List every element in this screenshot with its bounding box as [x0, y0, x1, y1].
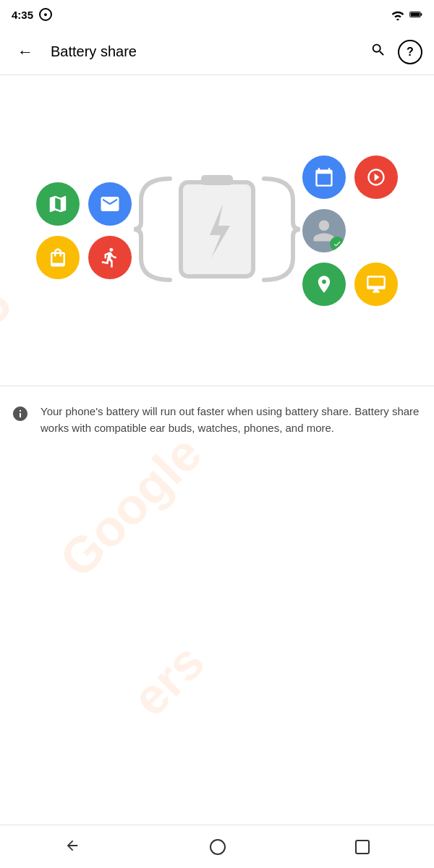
left-icons-bottom-row [36, 236, 132, 279]
privacy-indicator-icon: ● [39, 8, 52, 21]
wifi-icon [391, 9, 405, 20]
home-nav-button[interactable] [188, 832, 247, 862]
recents-nav-button[interactable] [333, 833, 391, 861]
status-time: 4:35 [12, 9, 33, 21]
info-description: Your phone's battery will run out faster… [41, 404, 422, 436]
status-icons [391, 9, 422, 20]
video-icon [354, 156, 398, 199]
right-icons-bottom-row [302, 263, 398, 306]
shop-icon [36, 236, 80, 279]
app-bar: ← Battery share ? [0, 29, 434, 75]
right-icons-top-row [302, 156, 398, 199]
display-icon [354, 263, 398, 306]
svg-rect-2 [411, 13, 420, 17]
info-icon [12, 405, 29, 427]
home-circle-icon [210, 839, 226, 855]
left-icons-top-row [36, 182, 132, 226]
right-icons-profile-row [302, 209, 398, 252]
profile-avatar [302, 209, 346, 252]
calendar-icon [302, 156, 346, 199]
page-title: Battery share [51, 43, 353, 60]
svg-rect-1 [420, 13, 422, 15]
help-button[interactable]: ? [398, 40, 422, 64]
battery-icon [409, 9, 422, 20]
search-button[interactable] [365, 36, 392, 68]
maps-icon [36, 182, 80, 226]
email-icon [88, 182, 132, 226]
recents-square-icon [355, 840, 370, 854]
svg-rect-4 [201, 175, 233, 185]
back-nav-button[interactable] [43, 830, 102, 864]
info-section: Your phone's battery will run out faster… [0, 386, 434, 454]
back-button[interactable]: ← [12, 37, 39, 67]
hero-illustration [0, 75, 434, 386]
illustration-container [29, 122, 405, 339]
bottom-nav [0, 825, 434, 868]
fitness-icon [88, 236, 132, 279]
app-bar-actions: ? [365, 36, 422, 68]
status-bar: 4:35 ● [0, 0, 434, 29]
location-icon [302, 263, 346, 306]
profile-badge [330, 237, 344, 251]
